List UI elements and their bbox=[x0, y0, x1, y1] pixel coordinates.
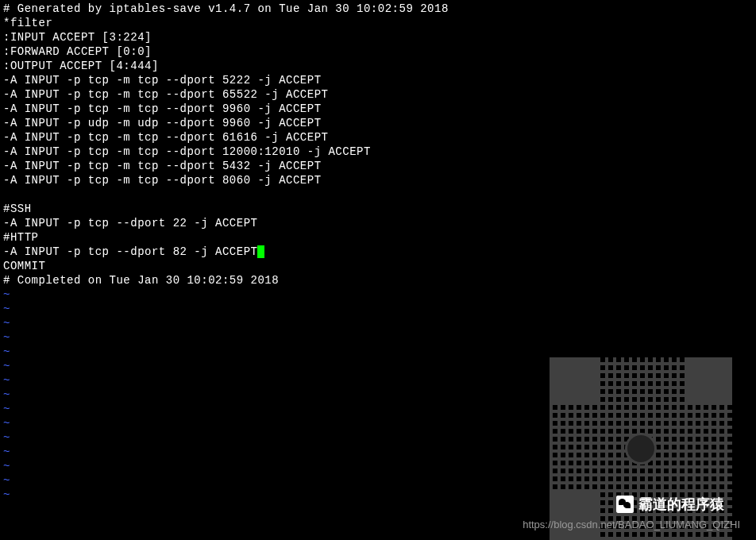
file-line: -A INPUT -p udp -m udp --dport 9960 -j A… bbox=[3, 116, 753, 130]
file-line: -A INPUT -p tcp -m tcp --dport 5432 -j A… bbox=[3, 159, 753, 173]
file-line: #HTTP bbox=[3, 230, 753, 245]
vim-empty-line: ~ bbox=[3, 330, 753, 345]
file-line: # Completed on Tue Jan 30 10:02:59 2018 bbox=[3, 273, 753, 287]
file-line: -A INPUT -p tcp -m tcp --dport 5222 -j A… bbox=[3, 73, 753, 87]
vim-empty-line: ~ bbox=[3, 302, 753, 316]
file-line: -A INPUT -p tcp --dport 22 -j ACCEPT bbox=[3, 216, 753, 230]
file-line: -A INPUT -p tcp -m tcp --dport 9960 -j A… bbox=[3, 102, 753, 116]
file-line: :OUTPUT ACCEPT [4:444] bbox=[3, 59, 753, 73]
file-line: # Generated by iptables-save v1.4.7 on T… bbox=[3, 2, 753, 16]
file-line: :INPUT ACCEPT [3:224] bbox=[3, 30, 753, 44]
cursor bbox=[257, 245, 264, 258]
file-line: #SSH bbox=[3, 202, 753, 216]
vim-empty-line: ~ bbox=[3, 287, 753, 302]
file-line: COMMIT bbox=[3, 259, 753, 273]
watermark-title-row: 霸道的程序猿 bbox=[616, 496, 724, 513]
wechat-icon bbox=[616, 496, 634, 513]
vim-empty-line: ~ bbox=[3, 316, 753, 330]
watermark-link: https://blog.csdn.net/BADAO_LIUMANG_QIZH… bbox=[523, 518, 740, 532]
watermark-title-text: 霸道的程序猿 bbox=[638, 497, 724, 511]
file-line: -A INPUT -p tcp -m tcp --dport 12000:120… bbox=[3, 145, 753, 159]
file-line: -A INPUT -p tcp -m tcp --dport 8060 -j A… bbox=[3, 173, 753, 187]
file-line: -A INPUT -p tcp -m tcp --dport 65522 -j … bbox=[3, 87, 753, 102]
file-line: *filter bbox=[3, 16, 753, 30]
file-line: -A INPUT -p tcp --dport 82 -j ACCEPT bbox=[3, 245, 753, 259]
file-line: :FORWARD ACCEPT [0:0] bbox=[3, 44, 753, 59]
file-line bbox=[3, 187, 753, 202]
file-line: -A INPUT -p tcp -m tcp --dport 61616 -j … bbox=[3, 130, 753, 145]
